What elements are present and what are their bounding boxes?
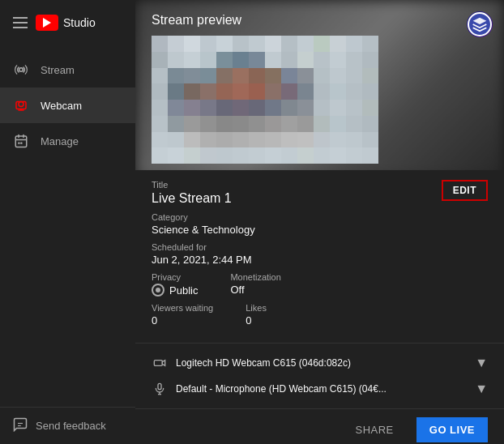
studio-label: Studio xyxy=(63,16,96,29)
camera-dropdown-icon: ▼ xyxy=(475,356,488,370)
scheduled-label: Scheduled for xyxy=(152,242,488,252)
privacy-value: Public xyxy=(169,284,198,297)
edit-button[interactable]: EDIT xyxy=(442,180,488,201)
likes-section: Likes 0 xyxy=(246,303,267,327)
sidebar-item-webcam[interactable]: Webcam xyxy=(0,88,135,123)
stream-preview-title: Stream preview xyxy=(152,13,488,28)
svg-rect-9 xyxy=(158,383,161,389)
sidebar-header: Studio xyxy=(0,0,135,45)
webcam-label: Webcam xyxy=(41,100,82,112)
scheduled-row: Scheduled for Jun 2, 2021, 2:44 PM xyxy=(152,242,488,266)
send-feedback-item[interactable]: Send feedback xyxy=(13,417,122,434)
category-row: Category Science & Technology xyxy=(152,212,488,236)
sidebar: Studio Stream xyxy=(0,0,135,444)
mic-device-icon xyxy=(152,381,168,397)
svg-point-1 xyxy=(19,102,23,107)
monetization-label: Monetization xyxy=(230,272,280,282)
sidebar-item-manage[interactable]: Manage xyxy=(0,123,135,159)
feedback-label: Send feedback xyxy=(36,420,106,432)
go-live-button[interactable]: GO LIVE xyxy=(416,417,488,442)
manage-icon xyxy=(13,133,29,149)
feedback-icon xyxy=(13,417,28,434)
title-section: Title Live Stream 1 xyxy=(152,180,232,206)
stream-icon xyxy=(13,62,29,78)
sidebar-nav: Stream Webcam xyxy=(0,45,135,407)
viewers-likes-row: Viewers waiting 0 Likes 0 xyxy=(152,303,488,327)
hamburger-icon[interactable] xyxy=(13,17,28,28)
public-icon xyxy=(152,284,164,297)
youtube-logo-icon xyxy=(36,15,58,31)
content-inner: Stream preview xyxy=(135,0,504,444)
mic-device-row[interactable]: Default - Microphone (HD Webcam C615) (0… xyxy=(152,376,488,402)
camera-device-label: Logitech HD Webcam C615 (046d:082c) xyxy=(176,357,467,369)
sidebar-footer: Send feedback xyxy=(0,407,135,444)
svg-rect-3 xyxy=(15,136,27,147)
viewers-value: 0 xyxy=(152,314,213,327)
viewers-label: Viewers waiting xyxy=(152,303,213,313)
title-value: Live Stream 1 xyxy=(152,191,232,206)
stream-preview-image xyxy=(152,36,378,164)
mic-dropdown-icon: ▼ xyxy=(475,382,488,396)
svg-rect-4 xyxy=(18,143,19,144)
svg-rect-2 xyxy=(16,102,26,109)
camera-device-row[interactable]: Logitech HD Webcam C615 (046d:082c) ▼ xyxy=(152,350,488,376)
privacy-monetization-row: Privacy Public Monetization Off xyxy=(152,272,488,297)
camera-device-icon xyxy=(152,355,168,371)
monetization-section: Monetization Off xyxy=(230,272,280,297)
stream-preview-section: Stream preview xyxy=(135,0,504,170)
avatar-inner xyxy=(468,12,492,36)
viewers-section: Viewers waiting 0 xyxy=(152,303,213,327)
privacy-section: Privacy Public xyxy=(152,272,198,297)
sidebar-item-stream[interactable]: Stream xyxy=(0,52,135,88)
footer-bar: SHARE GO LIVE xyxy=(135,408,504,444)
privacy-label: Privacy xyxy=(152,272,198,282)
device-section: Logitech HD Webcam C615 (046d:082c) ▼ De… xyxy=(135,343,504,408)
privacy-value-row: Public xyxy=(152,284,198,297)
title-row: Title Live Stream 1 EDIT xyxy=(152,180,488,206)
likes-value: 0 xyxy=(246,314,267,327)
svg-rect-5 xyxy=(20,143,22,144)
stream-label: Stream xyxy=(41,64,75,76)
svg-rect-8 xyxy=(154,361,162,366)
share-button[interactable]: SHARE xyxy=(342,417,406,442)
logo-area: Studio xyxy=(36,15,96,31)
info-panel: Title Live Stream 1 EDIT Category Scienc… xyxy=(135,170,504,343)
manage-label: Manage xyxy=(41,135,79,147)
category-value: Science & Technology xyxy=(152,224,488,236)
scheduled-value: Jun 2, 2021, 2:44 PM xyxy=(152,254,488,266)
user-avatar[interactable] xyxy=(467,11,493,37)
svg-point-0 xyxy=(19,68,23,72)
main-content: Stream preview xyxy=(135,0,504,444)
webcam-icon xyxy=(13,97,29,113)
title-label: Title xyxy=(152,180,232,190)
mic-device-label: Default - Microphone (HD Webcam C615) (0… xyxy=(176,383,467,395)
category-label: Category xyxy=(152,212,488,222)
likes-label: Likes xyxy=(246,303,267,313)
monetization-value: Off xyxy=(230,284,280,296)
